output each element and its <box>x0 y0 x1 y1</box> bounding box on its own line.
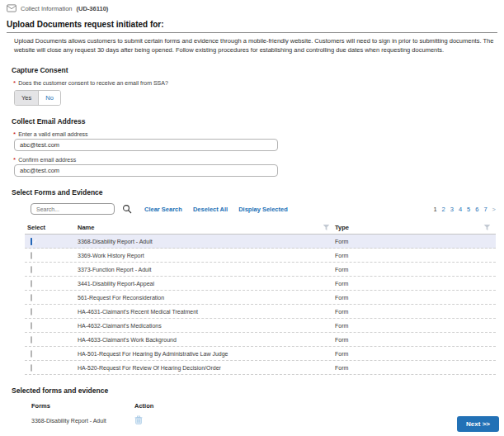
consent-question: * Does the customer consent to receive a… <box>13 80 497 86</box>
table-row[interactable]: HA-4633-Claimant's Work Background Form <box>25 333 496 347</box>
table-action-links: Clear Search Deselect All Display Select… <box>144 206 288 213</box>
row-checkbox[interactable] <box>31 364 32 372</box>
forms-toolbar: Clear Search Deselect All Display Select… <box>31 203 496 215</box>
selected-forms-header: Forms Action <box>31 399 497 413</box>
table-row[interactable]: HA-4631-Claimant's Recent Medical Treatm… <box>25 305 496 319</box>
selected-forms-heading: Selected forms and evidence <box>12 386 497 395</box>
selected-forms-body: 3368-Disability Report - Adult <box>31 413 497 428</box>
row-checkbox[interactable] <box>31 294 32 301</box>
table-row[interactable]: 3369-Work History Report Form <box>25 249 496 263</box>
capture-consent-heading: Capture Consent <box>12 66 497 74</box>
consent-no-button[interactable]: No <box>39 91 60 105</box>
confirm-email-label-text: Confirm email address <box>18 157 76 163</box>
confirm-email-label: * Confirm email address <box>13 157 497 163</box>
pagination-page[interactable]: 4 <box>459 206 462 213</box>
form-name-cell: HA-4632-Claimant's Medications <box>78 323 335 329</box>
selected-forms-table: Forms Action 3368-Disability Report - Ad… <box>31 399 497 428</box>
form-type-cell: Form <box>335 309 496 315</box>
envelope-icon <box>7 4 16 12</box>
pagination-next[interactable]: > <box>492 206 496 213</box>
table-row[interactable]: HA-4632-Claimant's Medications Form <box>25 319 496 333</box>
col-action-header: Action <box>134 402 497 410</box>
form-type-cell: Form <box>335 323 496 329</box>
table-row[interactable]: 3441-Disability Report-Appeal Form <box>25 277 496 291</box>
pagination-page[interactable]: 5 <box>467 206 470 213</box>
app-title: Collect Information <box>21 5 73 12</box>
required-marker: * <box>13 132 16 136</box>
app-header: Collect Information (UD-36110) <box>0 0 504 12</box>
row-checkbox[interactable] <box>31 280 32 287</box>
pagination-page[interactable]: 1 <box>433 206 436 213</box>
row-checkbox[interactable] <box>31 308 32 315</box>
pagination-page[interactable]: 3 <box>450 206 454 213</box>
pagination-page[interactable]: 2 <box>442 206 445 213</box>
trash-icon[interactable] <box>134 415 143 424</box>
enter-email-label-text: Enter a valid email address <box>18 131 87 137</box>
pagination-page[interactable]: 6 <box>475 206 478 213</box>
form-type-cell: Form <box>335 281 496 287</box>
consent-question-label: Does the customer consent to receive an … <box>18 80 168 86</box>
required-marker: * <box>13 158 16 162</box>
row-checkbox[interactable] <box>31 322 32 329</box>
pagination-pages: 1 2 3 4 5 6 7 <box>433 206 487 213</box>
selected-form-name: 3368-Disability Report - Adult <box>31 418 134 424</box>
form-name-cell: HA-520-Request For Review Of Hearing Dec… <box>78 365 335 371</box>
form-type-cell: Form <box>335 295 496 301</box>
enter-email-label: * Enter a valid email address <box>13 131 497 137</box>
form-type-cell: Form <box>335 365 496 371</box>
select-forms-heading: Select Forms and Evidence <box>12 188 497 197</box>
required-marker: * <box>13 81 16 85</box>
search-icon[interactable] <box>122 204 132 214</box>
form-name-cell: 3441-Disability Report-Appeal <box>78 281 335 287</box>
row-checkbox[interactable] <box>31 252 32 259</box>
row-checkbox[interactable] <box>31 350 32 358</box>
name-filter-icon[interactable] <box>323 224 330 231</box>
table-row[interactable]: 561-Request For Reconsideration Form <box>25 291 496 305</box>
consent-toggle: Yes No <box>14 90 61 106</box>
form-type-cell: Form <box>335 253 496 258</box>
form-name-cell: HA-4633-Claimant's Work Background <box>78 337 335 343</box>
page-description: Upload Documents allows customers to sub… <box>14 37 496 54</box>
row-checkbox[interactable] <box>31 266 32 273</box>
col-type-header: Type <box>335 224 349 231</box>
selected-form-row: 3368-Disability Report - Adult <box>31 413 497 428</box>
table-row[interactable]: 3368-Disability Report - Adult Form <box>25 235 496 249</box>
forms-table-header: Select Name Type <box>25 221 496 235</box>
next-button[interactable]: Next >> <box>457 416 499 432</box>
type-filter-icon[interactable] <box>483 224 491 231</box>
form-name-cell: HA-501-Request For Hearing By Administra… <box>78 351 335 357</box>
col-select-header: Select <box>25 224 78 231</box>
pagination: 1 2 3 4 5 6 7 > <box>433 206 496 213</box>
table-action-link[interactable]: Display Selected <box>238 206 288 213</box>
form-name-cell: 3369-Work History Report <box>78 253 335 258</box>
forms-table: Select Name Type 3368-Disability Report … <box>25 221 496 375</box>
table-row[interactable]: 3373-Function Report - Adult Form <box>25 263 496 277</box>
row-checkbox[interactable] <box>31 336 32 344</box>
table-action-link[interactable]: Clear Search <box>144 206 182 213</box>
table-row[interactable]: HA-520-Request For Review Of Hearing Dec… <box>25 361 496 375</box>
col-forms-header: Forms <box>31 402 134 410</box>
form-name-cell: 3368-Disability Report - Adult <box>78 239 335 244</box>
form-type-cell: Form <box>335 337 496 343</box>
col-name-header: Name <box>78 224 94 231</box>
row-checkbox[interactable] <box>31 238 32 245</box>
form-name-cell: 3373-Function Report - Adult <box>78 267 335 272</box>
form-name-cell: HA-4631-Claimant's Recent Medical Treatm… <box>78 309 335 315</box>
page-title: Upload Documents request initiated for: <box>7 20 497 33</box>
collect-email-heading: Collect Email Address <box>12 117 497 126</box>
table-action-link[interactable]: Deselect All <box>193 206 228 213</box>
forms-table-body: 3368-Disability Report - Adult Form 3369… <box>25 235 496 375</box>
form-type-cell: Form <box>335 267 496 272</box>
table-row[interactable]: HA-501-Request For Hearing By Administra… <box>25 347 496 361</box>
app-id: (UD-36110) <box>77 5 109 12</box>
consent-yes-button[interactable]: Yes <box>15 91 39 105</box>
pagination-page[interactable]: 7 <box>483 206 487 213</box>
search-input[interactable] <box>31 203 115 215</box>
form-type-cell: Form <box>335 351 496 357</box>
form-type-cell: Form <box>335 239 496 244</box>
confirm-email-field[interactable] <box>14 164 278 177</box>
form-name-cell: 561-Request For Reconsideration <box>78 295 335 301</box>
email-field[interactable] <box>14 139 278 151</box>
